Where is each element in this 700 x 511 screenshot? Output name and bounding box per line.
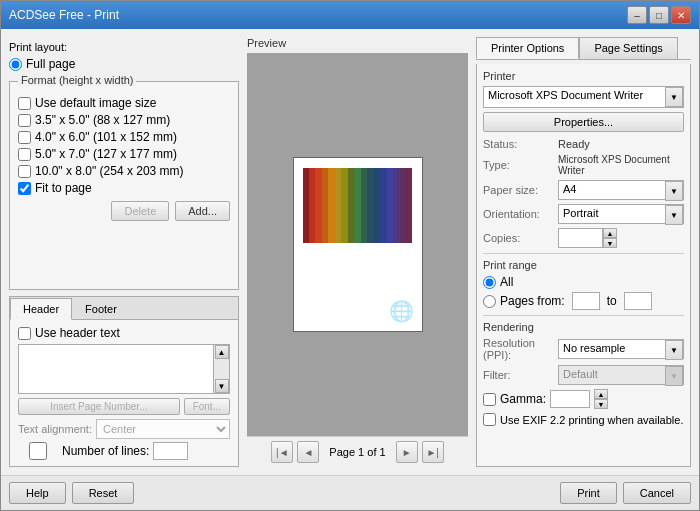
paper-size-value: A4 bbox=[559, 181, 665, 199]
resolution-value: No resample bbox=[559, 340, 665, 358]
minimize-button[interactable]: – bbox=[627, 6, 647, 24]
format-box: Format (height x width) Use default imag… bbox=[9, 81, 239, 290]
right-panel: Printer Options Page Settings Printer Mi… bbox=[476, 37, 691, 467]
format-checkbox-cb2[interactable] bbox=[18, 114, 31, 127]
gamma-checkbox[interactable] bbox=[483, 393, 496, 406]
paper-size-row: Paper size: A4 ▼ bbox=[483, 180, 684, 200]
scroll-up-arrow[interactable]: ▲ bbox=[215, 345, 229, 359]
gamma-down-button[interactable]: ▼ bbox=[594, 399, 608, 409]
use-header-text-label: Use header text bbox=[35, 326, 120, 340]
preview-label: Preview bbox=[247, 37, 468, 49]
window-title: ACDSee Free - Print bbox=[9, 8, 119, 22]
page-settings-tab[interactable]: Page Settings bbox=[579, 37, 678, 59]
scroll-down-arrow[interactable]: ▼ bbox=[215, 379, 229, 393]
insert-page-number-button[interactable]: Insert Page Number... bbox=[18, 398, 180, 415]
title-bar: ACDSee Free - Print – □ ✕ bbox=[1, 1, 699, 29]
header-textarea[interactable] bbox=[19, 345, 213, 393]
bottom-left-buttons: Help Reset bbox=[9, 482, 134, 504]
prev-page-button[interactable]: ◄ bbox=[297, 441, 319, 463]
format-checkbox-cb4[interactable] bbox=[18, 148, 31, 161]
all-radio[interactable] bbox=[483, 276, 496, 289]
rainbow-image bbox=[303, 168, 413, 243]
header-scrollbar: ▲ ▼ bbox=[213, 345, 229, 393]
gamma-input[interactable]: 1.20 bbox=[550, 390, 590, 408]
copies-down-button[interactable]: ▼ bbox=[603, 238, 617, 248]
resolution-arrow[interactable]: ▼ bbox=[665, 340, 683, 360]
format-checkbox-cb5[interactable] bbox=[18, 165, 31, 178]
orientation-arrow[interactable]: ▼ bbox=[665, 205, 683, 225]
footer-tab[interactable]: Footer bbox=[72, 298, 130, 320]
page-info: Page 1 of 1 bbox=[323, 446, 391, 458]
filter-select[interactable]: Default ▼ bbox=[558, 365, 684, 385]
main-content: Print layout: Full page Format (height x… bbox=[1, 29, 699, 475]
text-alignment-select[interactable]: Center bbox=[96, 419, 230, 439]
pages-to-input[interactable]: 1 bbox=[624, 292, 652, 310]
pages-from-input[interactable]: 1 bbox=[572, 292, 600, 310]
format-checkbox-cb3[interactable] bbox=[18, 131, 31, 144]
format-checkbox-item: Fit to page bbox=[18, 181, 230, 195]
title-bar-controls: – □ ✕ bbox=[627, 6, 691, 24]
resolution-select[interactable]: No resample ▼ bbox=[558, 339, 684, 359]
copies-input[interactable]: 1 bbox=[558, 228, 603, 248]
full-page-radio-input[interactable] bbox=[9, 58, 22, 71]
orientation-select[interactable]: Portrait ▼ bbox=[558, 204, 684, 224]
text-alignment-row: Text alignment: Center bbox=[18, 419, 230, 439]
pages-from-radio[interactable] bbox=[483, 295, 496, 308]
close-button[interactable]: ✕ bbox=[671, 6, 691, 24]
number-of-lines-input[interactable]: 1 bbox=[153, 442, 188, 460]
format-checkbox-cb6[interactable] bbox=[18, 182, 31, 195]
delete-button[interactable]: Delete bbox=[111, 201, 169, 221]
header-footer-tabs: Header Footer bbox=[10, 297, 238, 320]
gamma-label: Gamma: bbox=[500, 392, 546, 406]
exif-checkbox[interactable] bbox=[483, 413, 496, 426]
orientation-row: Orientation: Portrait ▼ bbox=[483, 204, 684, 224]
last-page-button[interactable]: ►| bbox=[422, 441, 444, 463]
help-button[interactable]: Help bbox=[9, 482, 66, 504]
use-header-text-checkbox[interactable] bbox=[18, 327, 31, 340]
type-value: Microsoft XPS Document Writer bbox=[558, 154, 684, 176]
middle-panel: Preview 🌐 |◄ ◄ Page 1 of 1 ► ►| bbox=[247, 37, 468, 467]
preview-nav: |◄ ◄ Page 1 of 1 ► ►| bbox=[247, 436, 468, 467]
paper-size-select[interactable]: A4 ▼ bbox=[558, 180, 684, 200]
preview-image bbox=[303, 168, 413, 243]
number-lines-row: Number of lines: 1 bbox=[18, 442, 230, 460]
cancel-button[interactable]: Cancel bbox=[623, 482, 691, 504]
resolution-label: Resolution (PPI): bbox=[483, 337, 558, 361]
preview-area: 🌐 bbox=[247, 53, 468, 436]
properties-button[interactable]: Properties... bbox=[483, 112, 684, 132]
filter-value: Default bbox=[559, 366, 665, 384]
all-label: All bbox=[500, 275, 513, 289]
printer-options-tab[interactable]: Printer Options bbox=[476, 37, 579, 59]
format-checkbox-cb1[interactable] bbox=[18, 97, 31, 110]
format-checkbox-item: 10.0" x 8.0" (254 x 203 mm) bbox=[18, 164, 230, 178]
print-button[interactable]: Print bbox=[560, 482, 617, 504]
maximize-button[interactable]: □ bbox=[649, 6, 669, 24]
exif-row: Use EXIF 2.2 printing when available. bbox=[483, 413, 684, 426]
stripe bbox=[406, 168, 412, 243]
use-header-text-row: Use header text bbox=[18, 326, 230, 340]
paper-size-arrow[interactable]: ▼ bbox=[665, 181, 683, 201]
number-of-lines-checkbox[interactable] bbox=[18, 442, 58, 460]
header-text-area-box: ▲ ▼ bbox=[18, 344, 230, 394]
printer-name: Microsoft XPS Document Writer bbox=[484, 87, 665, 107]
header-tab[interactable]: Header bbox=[10, 298, 72, 320]
filter-label: Filter: bbox=[483, 369, 558, 381]
copies-up-button[interactable]: ▲ bbox=[603, 228, 617, 238]
full-page-radio[interactable]: Full page bbox=[9, 57, 239, 71]
divider-2 bbox=[483, 315, 684, 316]
next-page-button[interactable]: ► bbox=[396, 441, 418, 463]
print-layout-section: Print layout: Full page bbox=[9, 37, 239, 75]
copies-spinner: 1 ▲ ▼ bbox=[558, 228, 617, 248]
header-footer-section: Header Footer Use header text ▲ ▼ bbox=[9, 296, 239, 467]
gamma-up-button[interactable]: ▲ bbox=[594, 389, 608, 399]
first-page-button[interactable]: |◄ bbox=[271, 441, 293, 463]
add-button[interactable]: Add... bbox=[175, 201, 230, 221]
font-button[interactable]: Font... bbox=[184, 398, 230, 415]
left-panel: Print layout: Full page Format (height x… bbox=[9, 37, 239, 467]
orientation-label: Orientation: bbox=[483, 208, 558, 220]
printer-dropdown-arrow[interactable]: ▼ bbox=[665, 87, 683, 107]
orientation-value: Portrait bbox=[559, 205, 665, 223]
reset-button[interactable]: Reset bbox=[72, 482, 135, 504]
full-page-label: Full page bbox=[26, 57, 75, 71]
filter-arrow[interactable]: ▼ bbox=[665, 366, 683, 386]
